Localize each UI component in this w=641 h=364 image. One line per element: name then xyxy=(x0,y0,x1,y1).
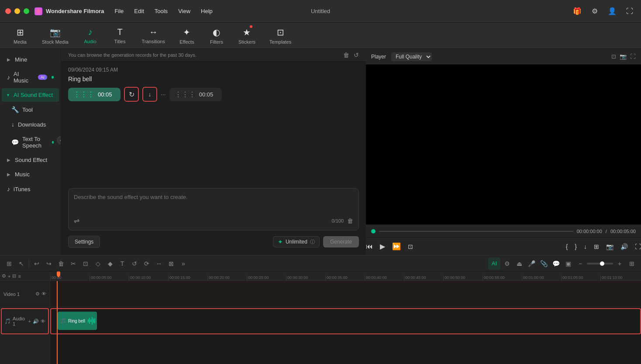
screenshot-icon[interactable]: 📷 xyxy=(620,53,627,60)
menu-tools[interactable]: Tools xyxy=(153,7,169,15)
playhead-dot[interactable] xyxy=(371,229,376,234)
sidebar-item-ai-sound-effect[interactable]: ▾ AI Sound Effect xyxy=(2,88,59,102)
user-icon[interactable]: 👤 xyxy=(606,5,618,17)
sidebar-item-music[interactable]: ▶ Music xyxy=(2,168,59,181)
crop-icon[interactable]: ⊡ xyxy=(611,53,616,60)
refresh-icon[interactable]: ↺ xyxy=(354,52,359,58)
sidebar-item-ai-music[interactable]: ♪ AI Music AI xyxy=(2,67,59,87)
audio1-eye-icon[interactable]: 👁 xyxy=(41,319,45,324)
audio-tl-button[interactable]: 🎤 xyxy=(526,258,537,269)
more-tracks-icon[interactable]: ≡ xyxy=(18,274,21,279)
split-audio-button[interactable]: ⊠ xyxy=(165,258,177,269)
sidebar-item-tool[interactable]: 🔧 Tool xyxy=(2,103,59,117)
add-track-icon[interactable]: + xyxy=(8,274,10,279)
crop-timeline-button[interactable]: ⊡ xyxy=(80,258,91,269)
expand-icon[interactable]: ⛶ xyxy=(630,53,636,60)
video1-track-row[interactable] xyxy=(50,281,641,307)
delete-timeline-button[interactable]: 🗑 xyxy=(55,258,67,269)
toolbar-audio[interactable]: ♪ Audio xyxy=(77,24,103,47)
grid-button[interactable]: ⊞ xyxy=(626,258,638,269)
keyframe-button[interactable]: ◆ xyxy=(104,258,116,269)
audio-card-1[interactable]: ⋮⋮⋮ 00:05 xyxy=(68,88,121,101)
loop-button[interactable]: ↺ xyxy=(129,258,140,269)
menu-view[interactable]: View xyxy=(176,7,192,15)
prompt-input[interactable] xyxy=(74,194,353,211)
maximize-button[interactable] xyxy=(24,8,29,14)
menu-edit[interactable]: Edit xyxy=(132,7,145,15)
audio1-speaker-icon[interactable]: 🔊 xyxy=(33,319,39,324)
shuffle-icon[interactable]: ⇌ xyxy=(74,216,79,225)
fullscreen-player-button[interactable]: ⛶ xyxy=(635,243,641,250)
audio1-type-icon[interactable]: 🎵 xyxy=(4,318,11,324)
skip-back-button[interactable]: ⏮ xyxy=(366,243,373,251)
crop-control-button[interactable]: ⊡ xyxy=(408,243,413,250)
out-point-button[interactable]: } xyxy=(575,243,577,250)
mask-button[interactable]: ◇ xyxy=(92,258,103,269)
toolbar-transitions[interactable]: ↔ Transitions xyxy=(137,24,170,47)
zoom-in-button[interactable]: + xyxy=(614,258,625,269)
redo-button[interactable]: ↪ xyxy=(43,258,55,269)
quality-select[interactable]: Full Quality xyxy=(391,52,432,61)
sidebar-item-mine[interactable]: ▶ Mine xyxy=(2,53,59,66)
clear-prompt-icon[interactable]: 🗑 xyxy=(347,217,353,224)
audio-card-2[interactable]: ⋮⋮⋮ 00:05 xyxy=(169,88,222,101)
player-timeline[interactable]: 00:00:00:00 / 00:00:05:00 xyxy=(366,224,641,237)
toolbar-media[interactable]: ⊞ Media xyxy=(7,24,33,47)
toolbar-stickers[interactable]: ★ Stickers xyxy=(233,24,261,47)
screenshot-ctrl-button[interactable]: 📷 xyxy=(606,243,613,250)
undo-button[interactable]: ↩ xyxy=(31,258,42,269)
settings-tl-button[interactable]: ⚙ xyxy=(501,258,513,269)
pip-button[interactable]: ▣ xyxy=(562,258,574,269)
marker-button[interactable]: ↓ xyxy=(584,243,587,250)
close-button[interactable] xyxy=(5,8,11,14)
gift-icon[interactable]: 🎁 xyxy=(571,5,583,17)
zoom-handle[interactable] xyxy=(600,261,604,266)
audio1-add-icon[interactable]: + xyxy=(28,319,31,324)
cursor-indicator[interactable]: ↻ xyxy=(124,87,139,102)
unlimited-badge[interactable]: ✦ Unlimited ⓘ xyxy=(273,236,320,247)
delete-records-icon[interactable]: 🗑 xyxy=(343,52,349,58)
video1-settings-icon[interactable]: ⚙ xyxy=(35,291,40,297)
ring-bell-clip[interactable]: 🎵 Ring bell xyxy=(58,312,97,330)
zoom-out-button[interactable]: − xyxy=(575,258,586,269)
timeline-ruler[interactable]: 00:00 00:00:05:00 00:00:10:00 00:00:15:0… xyxy=(50,271,641,281)
speed-button[interactable]: ⟳ xyxy=(141,258,152,269)
play-forward-button[interactable]: ⏩ xyxy=(392,242,401,251)
more-tl-button[interactable]: » xyxy=(178,258,189,269)
volume-button[interactable]: 🔊 xyxy=(620,243,628,250)
collapse-tracks-icon[interactable]: ⊟ xyxy=(12,273,16,279)
video1-eye-icon[interactable]: 👁 xyxy=(41,291,46,297)
ai-tl-button[interactable]: AI xyxy=(488,258,500,270)
toolbar-effects[interactable]: ✦ Effects xyxy=(174,24,200,47)
sidebar-item-sound-effect[interactable]: ▶ Sound Effect xyxy=(2,153,59,167)
toolbar-filters[interactable]: ◐ Filters xyxy=(203,24,230,47)
caption-button[interactable]: 💬 xyxy=(550,258,562,269)
sidebar-item-text-to-speech[interactable]: 💬 Text To Speech xyxy=(2,132,59,152)
play-button[interactable]: ▶ xyxy=(380,242,385,251)
in-point-button[interactable]: { xyxy=(566,243,568,250)
timeline-settings-icon[interactable]: ⚙ xyxy=(2,273,6,279)
download-button[interactable]: ↓ xyxy=(142,87,157,102)
attach-button[interactable]: 📎 xyxy=(538,258,549,269)
cut-button[interactable]: ✂ xyxy=(68,258,79,269)
dots-menu[interactable]: ··· xyxy=(161,91,166,98)
marker-tl-button[interactable]: ⏏ xyxy=(513,258,525,269)
menu-file[interactable]: File xyxy=(113,7,125,15)
add-to-timeline-button[interactable]: ⊞ xyxy=(594,243,599,250)
sidebar-item-downloads[interactable]: ↓ Downloads xyxy=(2,117,59,131)
generate-button[interactable]: Generate xyxy=(323,236,359,247)
timeline-select-button[interactable]: ↖ xyxy=(16,258,27,269)
settings-button[interactable]: Settings xyxy=(68,236,100,248)
audio1-track-row[interactable]: 🎵 Ring bell xyxy=(50,308,641,334)
traffic-lights[interactable] xyxy=(5,8,29,14)
menu-help[interactable]: Help xyxy=(199,7,214,15)
minimize-button[interactable] xyxy=(14,8,20,14)
zoom-slider[interactable] xyxy=(587,263,613,264)
fullscreen-icon[interactable]: ⛶ xyxy=(624,5,636,17)
timeline-scrubber[interactable] xyxy=(379,231,573,232)
toolbar-titles[interactable]: T Titles xyxy=(107,24,133,47)
settings-icon[interactable]: ⚙ xyxy=(589,5,601,17)
toolbar-templates[interactable]: ⊡ Templates xyxy=(264,24,296,47)
toolbar-stock-media[interactable]: 📷 Stock Media xyxy=(37,24,74,47)
timeline-add-button[interactable]: ⊞ xyxy=(3,258,15,269)
